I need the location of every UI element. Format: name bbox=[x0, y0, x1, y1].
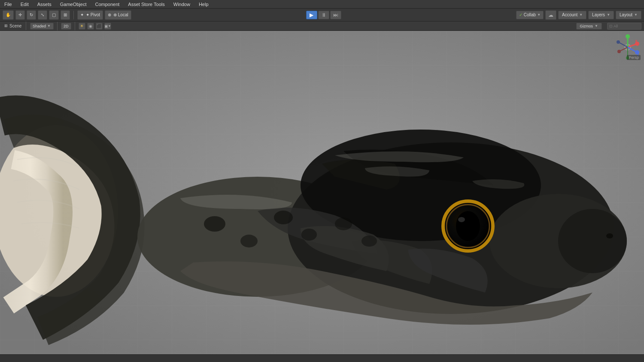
menu-bar: File Edit Assets GameObject Component As… bbox=[0, 0, 644, 9]
fx-toggle[interactable]: ⬛ bbox=[96, 23, 103, 30]
scene-tab-icon: ⊞ bbox=[4, 24, 8, 28]
layout-label: Layout bbox=[620, 12, 632, 17]
menu-window[interactable]: Window bbox=[172, 1, 192, 8]
move-tool-button[interactable]: ✛ bbox=[15, 10, 25, 20]
menu-assetstore[interactable]: Asset Store Tools bbox=[126, 1, 166, 8]
collab-check-icon: ✓ bbox=[519, 12, 522, 17]
scale-tool-button[interactable]: ⤡ bbox=[38, 10, 47, 20]
menu-help[interactable]: Help bbox=[197, 1, 210, 8]
gizmos-arrow-icon: ▼ bbox=[595, 24, 598, 28]
2d-toggle[interactable]: 2D bbox=[61, 23, 71, 30]
svg-point-26 bbox=[617, 50, 621, 53]
camera-toggle[interactable]: ▣ ▼ bbox=[104, 23, 111, 30]
transform-tool-button[interactable]: ⊞ bbox=[61, 10, 70, 20]
svg-point-20 bbox=[606, 233, 613, 238]
gizmo-widget[interactable]: x y z Persp bbox=[615, 34, 641, 60]
menu-file[interactable]: File bbox=[3, 1, 14, 8]
collab-button[interactable]: ✓ Collab ▼ bbox=[516, 11, 544, 19]
svg-point-19 bbox=[458, 217, 465, 222]
cloud-icon: ☁ bbox=[548, 12, 553, 18]
cloud-button[interactable]: ☁ bbox=[545, 10, 556, 20]
local-button[interactable]: ⊕ ⊕ Local bbox=[105, 10, 131, 20]
svg-point-9 bbox=[240, 235, 258, 247]
pause-icon: ⏸ bbox=[321, 12, 326, 18]
svg-point-11 bbox=[301, 229, 317, 241]
2d-label: 2D bbox=[64, 24, 69, 28]
rotate-icon: ↻ bbox=[30, 12, 33, 17]
collab-dropdown-icon: ▼ bbox=[537, 13, 541, 17]
audio-icon: ◉ bbox=[89, 24, 92, 28]
menu-gameobject[interactable]: GameObject bbox=[58, 1, 88, 8]
transform-icon: ⊞ bbox=[64, 12, 67, 17]
scene-search-input[interactable] bbox=[607, 23, 641, 30]
shading-arrow-icon: ▼ bbox=[47, 24, 51, 28]
pivot-label: ✦ Pivot bbox=[86, 12, 100, 17]
gizmos-button[interactable]: Gizmos ▼ bbox=[576, 23, 602, 30]
step-button[interactable]: ⏭ bbox=[330, 11, 341, 19]
layers-label: Layers bbox=[592, 12, 605, 17]
layers-button[interactable]: Layers ▼ bbox=[588, 11, 614, 19]
layout-button[interactable]: Layout ▼ bbox=[616, 11, 641, 19]
menu-assets[interactable]: Assets bbox=[36, 1, 53, 8]
sun-icon: ☀ bbox=[80, 24, 84, 28]
svg-text:x: x bbox=[635, 39, 637, 43]
svg-point-10 bbox=[274, 211, 293, 224]
separator-1 bbox=[73, 11, 74, 19]
local-label: ⊕ Local bbox=[113, 12, 128, 17]
rotate-tool-button[interactable]: ↻ bbox=[27, 10, 36, 20]
main-toolbar: ✋ ✛ ↻ ⤡ ▢ ⊞ ✦ ✦ Pivot ⊕ ⊕ Local ▶ ⏸ ⏭ ✓ … bbox=[0, 9, 644, 21]
play-button[interactable]: ▶ bbox=[306, 11, 317, 19]
scene-viewport bbox=[0, 31, 644, 354]
audio-toggle[interactable]: ◉ bbox=[87, 23, 94, 30]
move-icon: ✛ bbox=[18, 12, 22, 17]
scene-toolbar: ⊞ Scene Shaded ▼ 2D ☀ ◉ ⬛ ▣ ▼ Gizmos ▼ bbox=[0, 21, 644, 31]
rect-tool-button[interactable]: ▢ bbox=[49, 10, 59, 20]
scene-tab-label: Scene bbox=[9, 24, 21, 28]
hand-icon: ✋ bbox=[6, 12, 11, 17]
shading-dropdown[interactable]: Shaded ▼ bbox=[30, 23, 54, 30]
svg-text:y: y bbox=[626, 34, 629, 37]
pivot-button[interactable]: ✦ ✦ Pivot bbox=[77, 10, 103, 20]
step-icon: ⏭ bbox=[333, 12, 338, 18]
account-dropdown-icon: ▼ bbox=[579, 13, 583, 17]
rect-icon: ▢ bbox=[52, 12, 56, 17]
collab-label: Collab bbox=[524, 12, 536, 17]
scene-tab[interactable]: ⊞ Scene bbox=[0, 21, 26, 30]
local-icon: ⊕ bbox=[108, 12, 111, 17]
play-controls: ▶ ⏸ ⏭ bbox=[306, 11, 341, 19]
camera-icon: ▣ bbox=[104, 24, 108, 28]
right-toolbar: ✓ Collab ▼ ☁ Account ▼ Layers ▼ Layout ▼ bbox=[516, 10, 641, 20]
menu-component[interactable]: Component bbox=[93, 1, 121, 8]
svg-point-7 bbox=[558, 209, 627, 273]
sep-scene-2 bbox=[75, 22, 75, 30]
svg-point-18 bbox=[456, 211, 480, 241]
account-button[interactable]: Account ▼ bbox=[558, 11, 586, 19]
layout-dropdown-icon: ▼ bbox=[634, 13, 638, 17]
svg-point-12 bbox=[335, 217, 352, 230]
perspective-label[interactable]: Persp bbox=[627, 55, 641, 60]
status-bar bbox=[0, 354, 644, 362]
svg-point-13 bbox=[361, 235, 377, 247]
account-label: Account bbox=[562, 12, 577, 17]
layers-dropdown-icon: ▼ bbox=[607, 13, 610, 17]
svg-point-8 bbox=[204, 216, 225, 232]
shading-label: Shaded bbox=[33, 24, 46, 28]
pivot-icon: ✦ bbox=[80, 12, 84, 17]
camera-arr: ▼ bbox=[108, 24, 111, 27]
svg-point-36 bbox=[617, 40, 620, 44]
pause-button[interactable]: ⏸ bbox=[318, 11, 329, 19]
hand-tool-button[interactable]: ✋ bbox=[3, 10, 14, 20]
sep-scene-1 bbox=[57, 22, 58, 30]
play-icon: ▶ bbox=[310, 12, 313, 18]
menu-edit[interactable]: Edit bbox=[19, 1, 30, 8]
lighting-toggle[interactable]: ☀ bbox=[79, 23, 85, 30]
fx-icon: ⬛ bbox=[97, 24, 101, 28]
scale-icon: ⤡ bbox=[41, 12, 44, 17]
scene-view: x y z Persp bbox=[0, 31, 644, 354]
gizmos-label: Gizmos bbox=[580, 24, 593, 28]
